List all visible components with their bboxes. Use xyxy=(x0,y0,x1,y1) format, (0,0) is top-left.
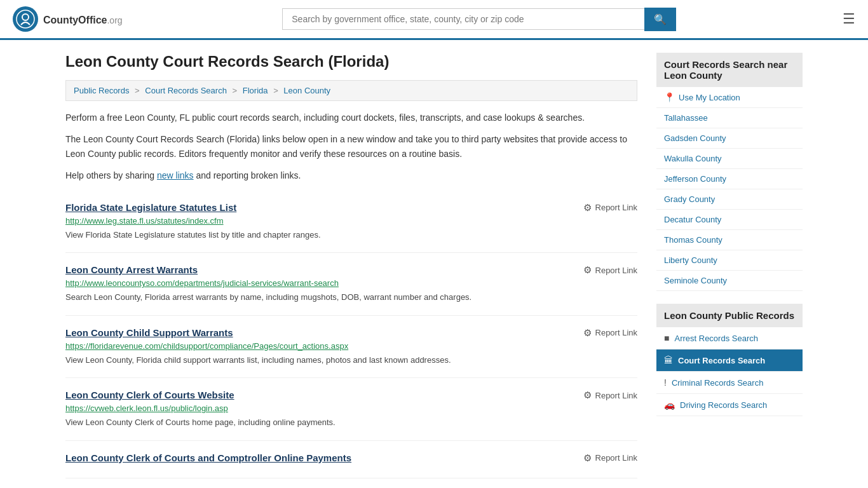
description-1: Perform a free Leon County, FL public co… xyxy=(65,111,637,125)
search-input[interactable] xyxy=(282,8,644,30)
menu-icon[interactable]: ☰ xyxy=(843,11,855,27)
record-title-0[interactable]: Florida State Legislature Statutes List xyxy=(65,202,236,213)
breadcrumb-leon-county[interactable]: Leon County xyxy=(283,86,330,95)
nearby-item-4[interactable]: Grady County xyxy=(656,189,803,210)
main-container: Leon County Court Records Search (Florid… xyxy=(53,40,815,488)
breadcrumb-public-records[interactable]: Public Records xyxy=(74,86,129,95)
report-label-3[interactable]: Report Link xyxy=(595,391,637,400)
report-icon-1: ⚙ xyxy=(583,264,592,276)
desc3-suffix: and reporting broken links. xyxy=(194,170,301,180)
public-records-section: Leon County Public Records ■ Arrest Reco… xyxy=(656,304,803,416)
pub-record-link-3[interactable]: Driving Records Search xyxy=(680,400,767,410)
report-label-4[interactable]: Report Link xyxy=(595,453,637,463)
records-list: Florida State Legislature Statutes List … xyxy=(65,191,637,478)
pub-icon-1: 🏛 xyxy=(664,355,673,365)
nearby-link-4[interactable]: Grady County xyxy=(664,194,715,204)
record-url-1[interactable]: http://www.leoncountyso.com/departments/… xyxy=(65,278,637,288)
pub-record-link-2[interactable]: Criminal Records Search xyxy=(672,378,764,388)
nearby-items: TallahasseeGadsden CountyWakulla CountyJ… xyxy=(656,108,803,291)
record-title-1[interactable]: Leon County Arrest Warrants xyxy=(65,264,198,275)
description-3: Help others by sharing new links and rep… xyxy=(65,168,637,182)
page-title: Leon County Court Records Search (Florid… xyxy=(65,53,637,71)
record-item: Florida State Legislature Statutes List … xyxy=(65,191,637,254)
nearby-item-1[interactable]: Gadsden County xyxy=(656,128,803,149)
record-title-2[interactable]: Leon County Child Support Warrants xyxy=(65,327,233,338)
report-link-4[interactable]: ⚙ Report Link xyxy=(583,452,637,464)
report-icon-4: ⚙ xyxy=(583,452,592,464)
record-item: Leon County Arrest Warrants ⚙ Report Lin… xyxy=(65,253,637,316)
nearby-section: Court Records Search near Leon County 📍 … xyxy=(656,53,803,291)
report-label-2[interactable]: Report Link xyxy=(595,328,637,337)
record-item: Leon County Clerk of Courts Website ⚙ Re… xyxy=(65,378,637,441)
nearby-item-2[interactable]: Wakulla County xyxy=(656,149,803,169)
record-url-3[interactable]: https://cvweb.clerk.leon.fl.us/public/lo… xyxy=(65,403,637,413)
logo-text: CountyOffice.org xyxy=(43,12,123,27)
site-header: CountyOffice.org 🔍 ☰ xyxy=(0,0,868,40)
breadcrumb-florida[interactable]: Florida xyxy=(243,86,268,95)
nearby-link-6[interactable]: Thomas County xyxy=(664,235,722,245)
report-icon-2: ⚙ xyxy=(583,327,592,339)
svg-point-0 xyxy=(17,10,34,28)
new-links-link[interactable]: new links xyxy=(157,170,194,180)
record-desc-2: View Leon County, Florida child support … xyxy=(65,354,637,367)
nearby-item-7[interactable]: Liberty County xyxy=(656,250,803,271)
record-item: Leon County Child Support Warrants ⚙ Rep… xyxy=(65,316,637,379)
logo-area[interactable]: CountyOffice.org xyxy=(13,6,123,32)
pub-icon-0: ■ xyxy=(664,333,669,343)
location-icon: 📍 xyxy=(664,92,675,102)
use-location-link[interactable]: Use My Location xyxy=(679,93,740,102)
pub-record-item-0[interactable]: ■ Arrest Records Search xyxy=(656,327,803,349)
report-link-3[interactable]: ⚙ Report Link xyxy=(583,390,637,401)
record-title-3[interactable]: Leon County Clerk of Courts Website xyxy=(65,390,234,400)
use-my-location[interactable]: 📍 Use My Location xyxy=(656,87,803,108)
nearby-link-8[interactable]: Seminole County xyxy=(664,276,727,285)
report-icon-3: ⚙ xyxy=(583,390,592,401)
public-records-header: Leon County Public Records xyxy=(656,304,803,327)
report-link-0[interactable]: ⚙ Report Link xyxy=(583,202,637,214)
pub-icon-3: 🚗 xyxy=(664,400,675,410)
nearby-header: Court Records Search near Leon County xyxy=(656,53,803,87)
nearby-link-1[interactable]: Gadsden County xyxy=(664,133,726,143)
pub-icon-2: ! xyxy=(664,377,667,388)
record-desc-0: View Florida State Legislature statutes … xyxy=(65,229,637,241)
desc3-prefix: Help others by sharing xyxy=(65,170,157,180)
nearby-link-3[interactable]: Jefferson County xyxy=(664,174,726,184)
public-records-items: ■ Arrest Records Search 🏛 Court Records … xyxy=(656,327,803,416)
report-link-1[interactable]: ⚙ Report Link xyxy=(583,264,637,276)
nearby-item-0[interactable]: Tallahassee xyxy=(656,108,803,128)
report-icon-0: ⚙ xyxy=(583,202,592,214)
record-url-2[interactable]: https://floridarevenue.com/childsupport/… xyxy=(65,341,637,351)
record-desc-1: Search Leon County, Florida arrest warra… xyxy=(65,291,637,304)
nearby-link-7[interactable]: Liberty County xyxy=(664,255,717,265)
nearby-item-8[interactable]: Seminole County xyxy=(656,271,803,291)
pub-record-link-0[interactable]: Arrest Records Search xyxy=(674,334,758,343)
description-2: The Leon County Court Records Search (Fl… xyxy=(65,132,637,161)
pub-record-item-2[interactable]: ! Criminal Records Search xyxy=(656,372,803,394)
report-label-0[interactable]: Report Link xyxy=(595,203,637,212)
breadcrumb-sep-1: > xyxy=(135,86,142,95)
breadcrumb: Public Records > Court Records Search > … xyxy=(65,80,637,101)
search-form: 🔍 xyxy=(282,8,676,31)
breadcrumb-sep-3: > xyxy=(273,86,280,95)
breadcrumb-court-records[interactable]: Court Records Search xyxy=(145,86,227,95)
pub-record-item-1[interactable]: 🏛 Court Records Search xyxy=(656,349,803,372)
nearby-item-5[interactable]: Decatur County xyxy=(656,210,803,230)
record-desc-3: View Leon County Clerk of Courts home pa… xyxy=(65,416,637,429)
nearby-link-0[interactable]: Tallahassee xyxy=(664,113,708,123)
nearby-link-5[interactable]: Decatur County xyxy=(664,215,721,224)
nearby-link-2[interactable]: Wakulla County xyxy=(664,154,722,163)
logo-icon xyxy=(13,6,38,32)
record-url-0[interactable]: http://www.leg.state.fl.us/statutes/inde… xyxy=(65,216,637,226)
pub-record-link-1[interactable]: Court Records Search xyxy=(678,356,765,365)
record-title-4[interactable]: Leon County Clerk of Courts and Comptrol… xyxy=(65,452,351,463)
nearby-item-3[interactable]: Jefferson County xyxy=(656,169,803,189)
nearby-item-6[interactable]: Thomas County xyxy=(656,230,803,250)
breadcrumb-sep-2: > xyxy=(233,86,240,95)
report-link-2[interactable]: ⚙ Report Link xyxy=(583,327,637,339)
main-content: Leon County Court Records Search (Florid… xyxy=(65,53,637,478)
sidebar: Court Records Search near Leon County 📍 … xyxy=(656,53,803,478)
search-button[interactable]: 🔍 xyxy=(644,8,676,31)
report-label-1[interactable]: Report Link xyxy=(595,266,637,275)
record-item: Leon County Clerk of Courts and Comptrol… xyxy=(65,441,637,478)
pub-record-item-3[interactable]: 🚗 Driving Records Search xyxy=(656,394,803,416)
